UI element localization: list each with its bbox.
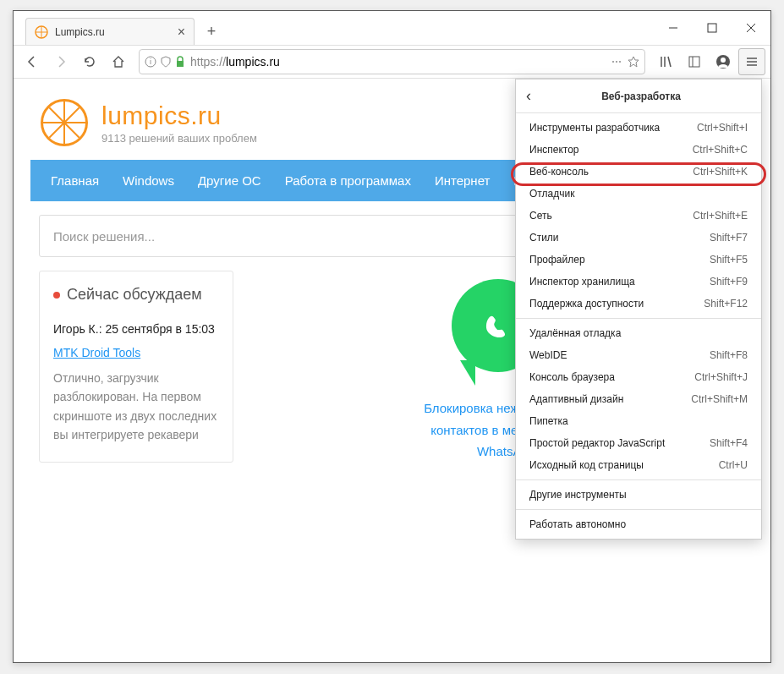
svg-point-11 bbox=[616, 61, 617, 63]
menu-item-shortcut: Ctrl+Shift+J bbox=[694, 371, 748, 383]
menu-item-label: Стили bbox=[529, 232, 559, 244]
reload-button[interactable] bbox=[76, 48, 103, 75]
menu-item-shortcut: Shift+F9 bbox=[710, 276, 748, 288]
svg-point-12 bbox=[619, 61, 621, 63]
window-controls bbox=[654, 11, 770, 45]
tab-close-icon[interactable]: × bbox=[178, 25, 185, 40]
menu-item[interactable]: Пипетка bbox=[516, 410, 761, 432]
toolbar: i https:// lumpics.ru bbox=[14, 45, 770, 79]
menu-item-label: Инструменты разработчика bbox=[529, 122, 660, 134]
search-placeholder: Поиск решения... bbox=[53, 229, 155, 244]
menu-item-label: Веб-консоль bbox=[529, 166, 589, 178]
menu-item-label: Сеть bbox=[529, 210, 552, 222]
menu-title: Веб-разработка bbox=[531, 90, 751, 102]
comment-body: Отлично, загрузчик разблокирован. На пер… bbox=[53, 369, 219, 445]
site-identity-icon[interactable]: i bbox=[145, 56, 185, 68]
webdev-submenu: ‹ Веб-разработка Инструменты разработчик… bbox=[515, 79, 762, 540]
menu-item-label: Исходный код страницы bbox=[529, 459, 644, 471]
live-dot-icon bbox=[53, 292, 60, 299]
menu-item[interactable]: Инструменты разработчикаCtrl+Shift+I bbox=[516, 117, 761, 139]
menu-separator bbox=[516, 479, 761, 480]
svg-line-15 bbox=[668, 57, 671, 67]
forward-button[interactable] bbox=[47, 48, 74, 75]
menu-item-shortcut: Shift+F4 bbox=[710, 437, 748, 449]
app-menu-button[interactable] bbox=[738, 48, 765, 75]
menu-item-shortcut: Ctrl+Shift+I bbox=[697, 122, 748, 134]
menu-item-shortcut: Ctrl+Shift+E bbox=[693, 210, 748, 222]
menu-item[interactable]: Простой редактор JavaScriptShift+F4 bbox=[516, 432, 761, 454]
shield-icon bbox=[160, 56, 172, 68]
menu-item-shortcut: Shift+F12 bbox=[704, 298, 748, 310]
home-button[interactable] bbox=[105, 48, 132, 75]
menu-item-label: Инспектор bbox=[529, 144, 579, 156]
favicon-icon bbox=[35, 25, 48, 39]
tab-title: Lumpics.ru bbox=[55, 26, 171, 38]
discussion-sidebar: Сейчас обсуждаем Игорь К.: 25 сентября в… bbox=[39, 271, 233, 463]
menu-item-label: Отладчик bbox=[529, 188, 574, 200]
svg-rect-4 bbox=[708, 24, 716, 32]
menu-item-shortcut: Ctrl+Shift+M bbox=[691, 393, 748, 405]
menu-separator bbox=[516, 509, 761, 510]
nav-item-windows[interactable]: Windows bbox=[111, 160, 186, 201]
url-bar[interactable]: i https:// lumpics.ru bbox=[139, 49, 645, 74]
account-button[interactable] bbox=[710, 48, 737, 75]
menu-item-label: Адаптивный дизайн bbox=[529, 393, 623, 405]
lock-icon bbox=[175, 56, 185, 68]
menu-item-shortcut: Ctrl+U bbox=[719, 459, 748, 471]
browser-window: Lumpics.ru × + i https:// lumpics.ru bbox=[13, 10, 771, 663]
menu-item[interactable]: СетьCtrl+Shift+E bbox=[516, 205, 761, 227]
menu-item-shortcut: Shift+F7 bbox=[710, 232, 748, 244]
sidebar-button[interactable] bbox=[681, 48, 708, 75]
library-button[interactable] bbox=[652, 48, 679, 75]
maximize-button[interactable] bbox=[693, 11, 732, 45]
menu-item-label: Пипетка bbox=[529, 415, 568, 427]
menu-item-shortcut: Ctrl+Shift+K bbox=[693, 166, 748, 178]
menu-item-label: WebIDE bbox=[529, 349, 567, 361]
minimize-button[interactable] bbox=[654, 11, 693, 45]
comment-topic-link[interactable]: MTK Droid Tools bbox=[53, 346, 140, 359]
url-protocol: https:// bbox=[190, 55, 226, 68]
menu-item[interactable]: Консоль браузераCtrl+Shift+J bbox=[516, 366, 761, 388]
menu-item[interactable]: WebIDEShift+F8 bbox=[516, 344, 761, 366]
menu-item[interactable]: ИнспекторCtrl+Shift+C bbox=[516, 139, 761, 161]
new-tab-button[interactable]: + bbox=[198, 18, 225, 45]
nav-item-other-os[interactable]: Другие ОС bbox=[186, 160, 273, 201]
comment-meta: Игорь К.: 25 сентября в 15:03 bbox=[53, 321, 219, 338]
menu-item[interactable]: Веб-консольCtrl+Shift+K bbox=[516, 161, 761, 183]
menu-item-shortcut: Ctrl+Shift+C bbox=[693, 144, 748, 156]
url-domain: lumpics.ru bbox=[226, 55, 280, 68]
close-window-button[interactable] bbox=[732, 11, 770, 45]
sidebar-title: Сейчас обсуждаем bbox=[67, 285, 202, 304]
menu-item-label: Работать автономно bbox=[529, 518, 626, 530]
menu-item[interactable]: Работать автономно bbox=[516, 513, 761, 535]
nav-item-home[interactable]: Главная bbox=[39, 160, 111, 201]
menu-item[interactable]: СтилиShift+F7 bbox=[516, 227, 761, 249]
menu-separator bbox=[516, 318, 761, 319]
page-action-icon[interactable] bbox=[611, 56, 622, 68]
menu-item[interactable]: Удалённая отладка bbox=[516, 322, 761, 344]
menu-item[interactable]: ПрофайлерShift+F5 bbox=[516, 249, 761, 271]
browser-tab[interactable]: Lumpics.ru × bbox=[25, 18, 195, 45]
titlebar: Lumpics.ru × + bbox=[14, 11, 770, 45]
nav-item-programs[interactable]: Работа в программах bbox=[273, 160, 423, 201]
menu-item[interactable]: Инспектор хранилищаShift+F9 bbox=[516, 271, 761, 293]
svg-point-19 bbox=[721, 58, 726, 63]
svg-text:i: i bbox=[150, 58, 151, 66]
menu-item-shortcut: Shift+F8 bbox=[710, 349, 748, 361]
menu-item[interactable]: Отладчик bbox=[516, 183, 761, 205]
menu-item[interactable]: Исходный код страницыCtrl+U bbox=[516, 454, 761, 476]
svg-rect-16 bbox=[689, 57, 699, 67]
menu-item-shortcut: Shift+F5 bbox=[710, 254, 748, 266]
menu-item[interactable]: Поддержка доступностиShift+F12 bbox=[516, 293, 761, 315]
nav-item-internet[interactable]: Интернет bbox=[423, 160, 502, 201]
url-actions bbox=[611, 56, 639, 68]
menu-item-label: Консоль браузера bbox=[529, 371, 615, 383]
back-button[interactable] bbox=[19, 48, 46, 75]
menu-item[interactable]: Адаптивный дизайнCtrl+Shift+M bbox=[516, 388, 761, 410]
logo-icon bbox=[41, 99, 88, 146]
bookmark-star-icon[interactable] bbox=[628, 56, 639, 68]
menu-item-label: Простой редактор JavaScript bbox=[529, 437, 665, 449]
site-tagline: 9113 решений ваших проблем bbox=[101, 132, 257, 145]
site-name: lumpics.ru bbox=[101, 101, 257, 130]
menu-item[interactable]: Другие инструменты bbox=[516, 484, 761, 506]
